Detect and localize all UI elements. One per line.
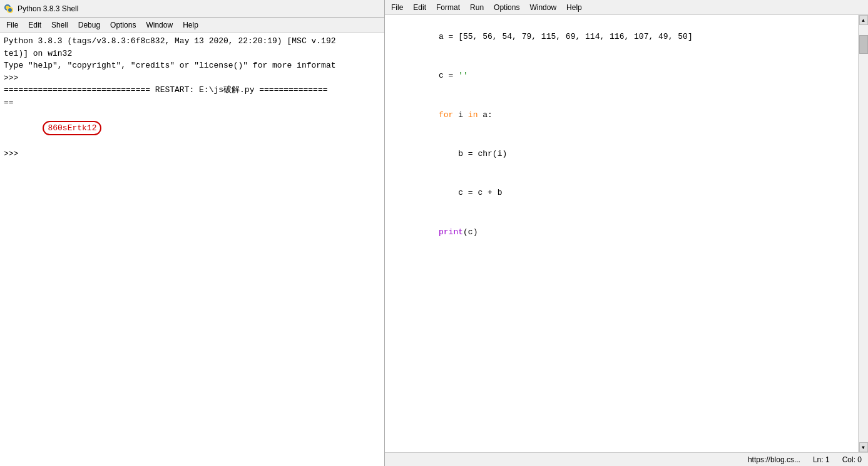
editor-scrollbar[interactable]: ▲ ▼: [858, 15, 868, 452]
shell-menu-window[interactable]: Window: [142, 19, 176, 31]
svg-point-3: [8, 8, 12, 12]
startup-line2: te1)] on win32: [4, 48, 380, 60]
editor-menu-help[interactable]: Help: [563, 2, 586, 13]
code-line-2: c = '': [390, 56, 853, 95]
code-line-4: b = chr(i): [390, 135, 853, 173]
editor-panel: File Edit Format Run Options Window Help…: [385, 0, 868, 466]
scroll-up-button[interactable]: ▲: [859, 15, 868, 25]
main-layout: Python 3.8.3 Shell File Edit Shell Debug…: [0, 0, 868, 466]
editor-menubar: File Edit Format Run Options Window Help: [385, 0, 868, 15]
output-equals: ==: [4, 96, 380, 109]
statusbar-link: https://blog.cs...: [748, 455, 800, 464]
editor-menu-window[interactable]: Window: [526, 2, 560, 13]
restart-separator: ============================== RESTART: …: [4, 84, 380, 96]
editor-menu-format[interactable]: Format: [432, 2, 464, 13]
shell-menubar: File Edit Shell Debug Options Window Hel…: [0, 18, 384, 33]
shell-menu-options[interactable]: Options: [106, 19, 140, 31]
shell-title: Python 3.8.3 Shell: [18, 4, 78, 13]
shell-menu-debug[interactable]: Debug: [74, 19, 104, 31]
editor-menu-options[interactable]: Options: [490, 2, 523, 13]
statusbar-col: Col: 0: [842, 455, 862, 464]
editor-menu-run[interactable]: Run: [466, 2, 488, 13]
code-line-6: print(c): [390, 213, 853, 252]
shell-panel: Python 3.8.3 Shell File Edit Shell Debug…: [0, 0, 385, 466]
shell-menu-shell[interactable]: Shell: [48, 19, 72, 31]
code-line-1: a = [55, 56, 54, 79, 115, 69, 114, 116, …: [390, 18, 853, 56]
editor-menu-file[interactable]: File: [387, 2, 407, 13]
shell-menu-edit[interactable]: Edit: [24, 19, 45, 31]
startup-line3: Type "help", "copyright", "credits" or "…: [4, 60, 380, 72]
editor-menu-edit[interactable]: Edit: [409, 2, 430, 13]
editor-statusbar: https://blog.cs... Ln: 1 Col: 0: [385, 452, 868, 466]
shell-titlebar: Python 3.8.3 Shell: [0, 0, 384, 18]
startup-line1: Python 3.8.3 (tags/v3.8.3:6f8c832, May 1…: [4, 35, 380, 48]
shell-content: Python 3.8.3 (tags/v3.8.3:6f8c832, May 1…: [0, 33, 384, 466]
shell-menu-file[interactable]: File: [3, 19, 22, 31]
python-logo-icon: [4, 4, 14, 14]
prompt-after: >>>: [4, 148, 380, 160]
output-value-line: 860sErtk12: [4, 108, 380, 148]
editor-content[interactable]: a = [55, 56, 54, 79, 115, 69, 114, 116, …: [385, 15, 858, 452]
code-line-5: c = c + b: [390, 174, 853, 213]
editor-with-scrollbar: a = [55, 56, 54, 79, 115, 69, 114, 116, …: [385, 15, 868, 452]
code-line-3: for i in a:: [390, 96, 853, 135]
statusbar-ln: Ln: 1: [813, 455, 830, 464]
scroll-down-button[interactable]: ▼: [859, 442, 868, 452]
scroll-thumb[interactable]: [859, 35, 868, 54]
shell-menu-help[interactable]: Help: [179, 19, 202, 31]
prompt-initial: >>>: [4, 72, 380, 85]
highlighted-output: 860sErtk12: [43, 121, 101, 136]
